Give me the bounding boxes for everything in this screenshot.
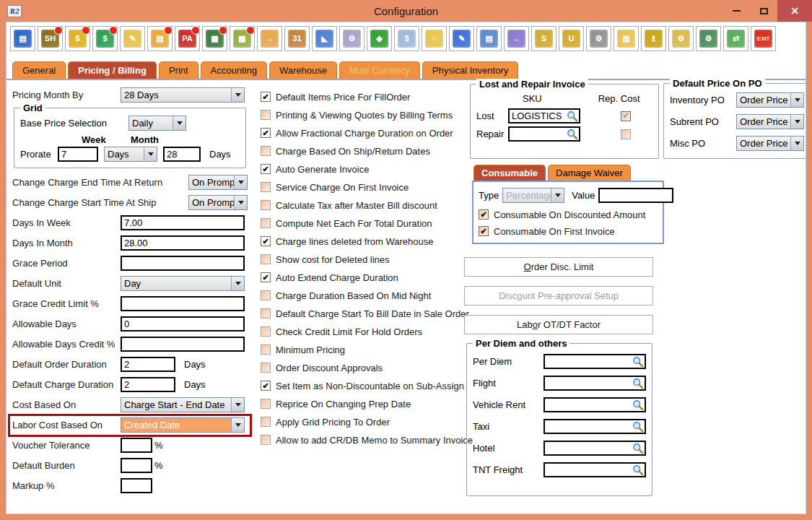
toolbar-button-save[interactable]: ▤ [10,26,35,51]
default-burden-input[interactable] [121,458,152,473]
search-lookup-icon[interactable] [632,443,644,454]
days-in-month-input[interactable] [121,235,245,251]
tab-print[interactable]: Print [159,61,198,79]
toolbar-button-transfer-lock[interactable]: → [257,26,282,51]
toolbar-button-document-export[interactable]: ⇄ [723,26,748,51]
tab-physical-inventory[interactable]: Physical Inventory [422,61,519,79]
repair-rep-cost-checkbox[interactable] [621,129,631,139]
service-charge-on-first-invoice-checkbox[interactable] [261,182,271,192]
auto-generate-invoice-checkbox[interactable]: ✔ [261,164,271,174]
charge-lines-deleted-from-warehouse-checkbox[interactable]: ✔ [261,236,271,246]
dropdown-button[interactable] [234,176,247,189]
consumable-on-discounted-amount-checkbox[interactable]: ✔ [479,209,489,220]
apply-grid-pricing-to-order-checkbox[interactable] [261,417,271,427]
search-lookup-icon[interactable] [632,356,644,368]
change-charge-start-time-at-ship-select[interactable]: On Prompt [188,195,248,210]
grace-period-input[interactable] [121,256,245,271]
toolbar-button-gears[interactable]: ⚙ [339,26,364,51]
misc-po-select[interactable]: Order Price [736,136,804,151]
dropdown-button[interactable] [231,398,244,412]
dropdown-button[interactable] [551,188,564,202]
tab-general[interactable]: General [12,61,66,79]
prorate-month-unit-select[interactable]: Days [104,147,157,162]
minimize-button[interactable] [722,0,750,22]
hotel-input[interactable] [543,441,646,456]
toolbar-button-shield-user[interactable]: U [559,26,584,51]
toolbar-button-edit-document[interactable]: ✎ [120,26,145,51]
consumable-type-select[interactable]: Percentage [502,188,564,203]
calculate-tax-after-master-bill-discount-checkbox[interactable] [261,200,271,210]
toolbar-button-cubes[interactable]: ◆ [367,26,392,51]
toolbar-button-tools-gear[interactable]: ⚙ [586,26,611,51]
base-price-selection-select[interactable]: Daily [128,116,186,131]
toolbar-button-price-tag[interactable]: $ [394,26,419,51]
toolbar-button-schedule-table[interactable]: ▦ [202,26,227,51]
days-in-week-input[interactable] [121,215,245,230]
allow-to-add-cr-db-memo-to-summary-invoice-checkbox[interactable] [261,435,271,445]
dropdown-button[interactable] [790,115,803,129]
dropdown-button[interactable] [234,196,247,209]
toolbar-button-shipping-book[interactable]: SH [38,26,63,51]
default-charge-duration-input[interactable] [121,377,175,392]
search-lookup-icon[interactable] [632,421,644,433]
allow-fractional-charge-duration-on-order-checkbox[interactable]: ✔ [261,128,271,138]
toolbar-button-figure-cube[interactable]: ♗ [641,26,666,51]
toolbar-button-order-form[interactable]: ▤ [147,26,173,51]
tab-damage-waiver[interactable]: Damage Waiver [548,165,631,181]
search-lookup-icon[interactable] [632,378,644,389]
tab-consumable[interactable]: Consumable [473,165,546,181]
toolbar-button-cash[interactable]: $ [65,26,90,51]
close-button[interactable]: ✕ [777,0,812,22]
tab-accounting[interactable]: Accounting [201,61,267,79]
printing-viewing-quotes-by-billing-terms-checkbox[interactable] [261,110,271,120]
maximize-button[interactable] [750,0,777,22]
grace-credit-limit-input[interactable] [121,296,245,311]
toolbar-button-exit[interactable]: EXIT [751,26,776,51]
tab-multi-currency[interactable]: Multi Currency [339,61,420,79]
tab-pricing-billing[interactable]: Pricing / Billing [68,61,157,79]
subrent-po-select[interactable]: Order Price [736,114,804,129]
cost-based-on-select[interactable]: Charge Start - End Date [121,397,245,412]
toolbar-button-payables-book[interactable]: PA [175,26,200,51]
toolbar-button-folder-clock[interactable]: ○ [422,26,447,51]
toolbar-button-folder-gear[interactable]: ⚙ [668,26,694,51]
reprice-on-changing-prep-date-checkbox[interactable] [261,399,271,409]
toolbar-button-form-edit[interactable]: ✎ [449,26,474,51]
search-lookup-icon[interactable] [632,464,644,476]
toolbar-button-shield-search[interactable]: S [531,26,556,51]
pricing-month-by-select[interactable]: 28 Days [121,87,245,103]
per-diem-input[interactable] [543,354,646,369]
order-discount-approvals-checkbox[interactable] [261,363,271,373]
default-charge-start-to-bill-date-in-sale-order-checkbox[interactable] [261,308,271,318]
show-cost-for-deleted-lines-checkbox[interactable] [261,254,271,264]
vehicle-rent-input[interactable] [543,397,646,412]
minimum-pricing-checkbox[interactable] [261,344,271,355]
toolbar-button-ledger[interactable]: ▦ [230,26,255,51]
toolbar-button-calculator-gear[interactable]: ⚙ [696,26,721,51]
prorate-week-input[interactable] [58,147,98,162]
voucher-tolerance-input[interactable] [121,438,152,453]
tnt-freight-input[interactable] [543,462,646,477]
prorate-month-days-input[interactable] [163,147,201,162]
charge-duration-based-on-mid-night-checkbox[interactable] [261,290,271,300]
check-credit-limit-for-hold-orders-checkbox[interactable] [261,326,271,337]
dropdown-button[interactable] [173,116,185,130]
dropdown-button[interactable] [231,418,244,432]
taxi-input[interactable] [543,419,646,434]
labor-ot-dt-factor-button[interactable]: Labor OT/DT Factor [464,315,653,334]
toolbar-button-invoice[interactable]: $ [92,26,118,51]
dropdown-button[interactable] [231,88,244,102]
inventory-po-select[interactable]: Order Price [736,92,804,108]
change-charge-end-time-at-return-select[interactable]: On Prompt [188,175,248,190]
toolbar-button-document-send[interactable]: → [504,26,529,51]
search-lookup-icon[interactable] [632,399,644,411]
consumable-value-input[interactable] [598,188,673,203]
default-unit-select[interactable]: Day [121,276,245,291]
flight-input[interactable] [543,376,646,391]
toolbar-button-folder-document[interactable]: ▤ [614,26,639,51]
labor-cost-based-on-select[interactable]: Created Date [121,417,245,433]
dropdown-button[interactable] [790,93,803,107]
allowable-days-credit-input[interactable] [121,337,245,352]
set-item-as-non-discountable-on-sub-assign-checkbox[interactable]: ✔ [261,381,271,391]
toolbar-button-document-cube[interactable]: ▤ [476,26,502,51]
